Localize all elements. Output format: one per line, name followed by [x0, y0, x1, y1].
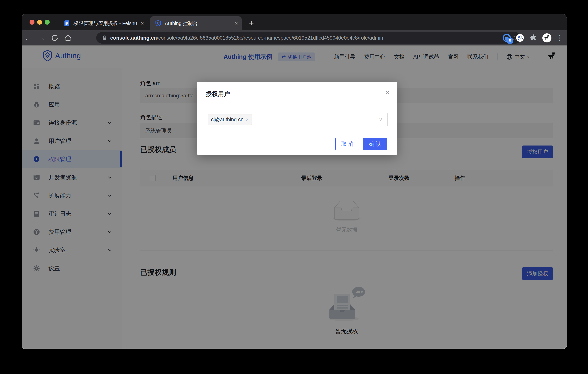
address-bar[interactable]: console.authing.cn/console/5a9fa26cf8635…	[96, 32, 521, 43]
tab-title: 权限管理与应用授权 - Feishu Do	[74, 20, 138, 27]
browser-titlebar: 权限管理与应用授权 - Feishu Do × Authing 控制台 × +	[21, 14, 567, 30]
doc-file-icon	[64, 20, 70, 27]
extension-search-icon[interactable]	[516, 34, 524, 42]
tab-title: Authing 控制台	[165, 20, 232, 27]
user-select-input[interactable]: cj@authing.cn × ∨	[206, 113, 388, 126]
modal-close-icon[interactable]: ×	[386, 89, 389, 97]
url-domain: console.authing.cn	[110, 35, 157, 41]
url-path: /console/5a9fa26cf8635a000185528c/resour…	[157, 35, 383, 41]
remove-tag-icon[interactable]: ×	[246, 117, 249, 122]
confirm-button[interactable]: 确 认	[363, 138, 387, 150]
traffic-light-maximize-button[interactable]	[45, 20, 50, 25]
lock-icon	[102, 35, 107, 41]
toolbar-extensions: 5	[503, 30, 563, 45]
tab-close-icon[interactable]: ×	[138, 20, 148, 27]
home-button[interactable]	[61, 34, 75, 42]
reload-button[interactable]	[48, 34, 61, 42]
selected-user-tag: cj@authing.cn ×	[208, 114, 252, 125]
tab-feishu-doc[interactable]: 权限管理与应用授权 - Feishu Do ×	[59, 16, 148, 30]
extension-badge: 5	[507, 38, 513, 43]
new-tab-button[interactable]: +	[246, 18, 256, 28]
extension-cat-icon[interactable]: 5	[503, 34, 511, 42]
modal-header: 授权用户 ×	[197, 82, 397, 105]
browser-window: 权限管理与应用授权 - Feishu Do × Authing 控制台 × + …	[21, 14, 567, 349]
selected-user-email: cj@authing.cn	[211, 117, 244, 123]
authorize-user-modal: 授权用户 × cj@authing.cn × ∨ 取 消 确 认	[197, 82, 397, 155]
back-button[interactable]: ←	[21, 34, 35, 42]
tab-close-icon[interactable]: ×	[232, 20, 242, 27]
traffic-light-minimize-button[interactable]	[37, 20, 42, 25]
modal-title: 授权用户	[206, 90, 230, 98]
browser-toolbar: ← → console.authing.cn/console/5a9fa26cf…	[21, 30, 567, 45]
traffic-light-close-button[interactable]	[30, 20, 34, 25]
extensions-puzzle-icon[interactable]	[529, 34, 537, 42]
authing-shield-icon	[155, 20, 161, 27]
page-viewport: Authing Authing 使用示例 ⇄ 切换用户池 新手引导 费用中心 文…	[21, 45, 567, 349]
cancel-button[interactable]: 取 消	[335, 138, 359, 150]
browser-menu-icon[interactable]: ⋮	[556, 34, 563, 42]
url-text: console.authing.cn/console/5a9fa26cf8635…	[110, 35, 507, 41]
forward-button[interactable]: →	[35, 34, 48, 42]
dino-extension-icon[interactable]	[542, 33, 551, 43]
select-chevron-icon: ∨	[379, 117, 382, 123]
tab-authing-console[interactable]: Authing 控制台 ×	[150, 16, 242, 30]
modal-footer: 取 消 确 认	[197, 133, 397, 155]
